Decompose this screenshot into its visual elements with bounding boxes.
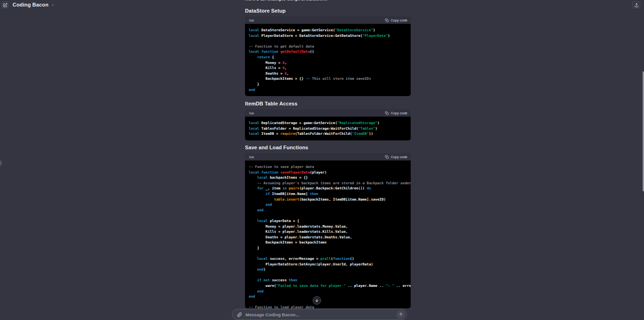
paperclip-icon [237,312,242,317]
code-line [249,38,411,44]
code-line: local function getDefaultData() [249,49,411,55]
code-line: -- Function to get default data [249,44,411,49]
code-line: Deaths = 0, [249,71,411,77]
code-line: local TablesFolder = ReplicatedStorage:W… [249,126,411,132]
code-line [249,299,411,305]
page-title: Coding Bacon [13,2,49,7]
code-line: end) [249,267,411,272]
code-block-header: lua Copy code [245,16,411,24]
code-block-header: lua Copy code [245,109,411,117]
code-line: end [249,294,411,299]
section-heading-save-load: Save and Load Functions [245,145,308,150]
code-line: end [249,202,411,208]
section-heading-itemdb-access: ItemDB Table Access [245,101,298,106]
share-icon [634,3,639,7]
code-line: -- Assuming player's backpack items are … [249,181,411,186]
copy-code-button[interactable]: Copy code [385,111,407,115]
code-line: for _, item in pairs(player.Backpack:Get… [249,186,411,191]
code-line: BackpackItems = {} -- This will store it… [249,76,411,82]
copy-code-button[interactable]: Copy code [385,18,407,22]
code-body: local DataStoreService = game:GetService… [245,24,411,96]
code-line: local backpackItems = {} [249,175,411,181]
code-line [249,272,411,278]
top-bar: Coding Bacon [0,0,644,10]
code-line [249,213,411,218]
copy-code-label: Copy code [391,111,407,115]
code-language-label: lua [249,18,254,22]
code-line: warn("Failed to save data for player " .… [249,283,411,289]
chevron-down-icon [51,3,55,7]
message-composer [232,309,407,320]
code-block-datastore-setup: lua Copy code local DataStoreService = g… [245,16,411,96]
code-body: -- Function to save player datalocal fun… [245,160,411,308]
arrow-down-icon [315,298,319,303]
code-line: local success, errorMessage = pcall(func… [249,256,411,262]
message-input[interactable] [245,312,397,317]
model-switcher[interactable]: Coding Bacon [13,2,55,7]
copy-code-label: Copy code [391,18,407,22]
lua-code: local DataStoreService = game:GetService… [249,28,411,92]
code-line: } [249,245,411,251]
code-language-label: lua [249,155,254,159]
code-line: Money = 0, [249,60,411,66]
attach-file-button[interactable] [236,311,243,318]
code-line: if not success then [249,278,411,283]
code-line: -- Function to load player data [249,305,411,308]
lua-code: local ReplicatedStorage = game:GetServic… [249,120,411,137]
code-line: } [249,82,411,87]
lua-code: -- Function to save player datalocal fun… [249,164,411,308]
copy-code-label: Copy code [391,155,407,159]
code-line: local DataStoreService = game:GetService… [249,28,411,33]
code-line: local function savePlayerData(player) [249,170,411,175]
send-button[interactable] [397,311,405,319]
clipboard-icon [385,155,389,159]
code-line: table.insert(backpackItems, ItemDB[item.… [249,197,411,202]
arrow-up-icon [399,312,403,317]
code-line: if ItemDB[item.Name] then [249,191,411,197]
code-line: -- Function to save player data [249,164,411,170]
code-line: local ItemDB = require(TablesFolder:Wait… [249,131,411,137]
new-chat-button[interactable] [1,1,8,8]
code-line: local playerData = { [249,218,411,224]
code-line: Kills = player.leaderstats.Kills.Value, [249,229,411,235]
new-chat-icon [3,3,7,7]
code-line: local ReplicatedStorage = game:GetServic… [249,120,411,126]
code-block-itemdb-access: lua Copy code local ReplicatedStorage = … [245,109,411,140]
code-block-header: lua Copy code [245,153,411,160]
code-line [249,251,411,257]
code-line: return { [249,55,411,60]
code-line: Money = player.leaderstats.Money.Value, [249,224,411,230]
code-language-label: lua [249,111,254,115]
code-line: Kills = 0, [249,65,411,71]
code-line: end [249,87,411,93]
code-line: Deaths = player.leaderstats.Deaths.Value… [249,235,411,240]
code-line: PlayerDataStore:SetAsync(player.UserId, … [249,262,411,267]
clipboard-icon [385,111,389,115]
scroll-to-bottom-button[interactable] [313,296,321,305]
code-block-save-load: lua Copy code -- Function to save player… [245,153,411,308]
clipboard-icon [385,18,389,22]
sidebar-toggle-handle[interactable] [0,160,2,166]
code-body: local ReplicatedStorage = game:GetServic… [245,117,411,140]
code-line: end [249,208,411,213]
code-line: BackpackItems = backpackItems [249,240,411,245]
copy-code-button[interactable]: Copy code [385,155,407,159]
share-button[interactable] [632,1,640,8]
code-line: local PlayerDataStore = DataStoreService… [249,33,411,39]
chat-app: Coding Bacon Here's an example script br… [0,0,644,320]
code-line: end [249,289,411,294]
